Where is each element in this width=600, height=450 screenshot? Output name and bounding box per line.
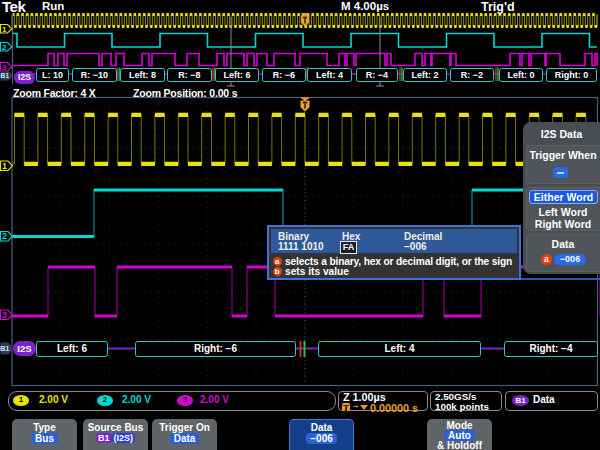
svg-text:2: 2	[2, 231, 7, 241]
svg-text:B1: B1	[0, 72, 9, 79]
svg-text:3: 3	[2, 63, 7, 72]
svg-text:2: 2	[2, 43, 7, 52]
svg-text:B1: B1	[0, 344, 10, 353]
svg-text:1: 1	[2, 25, 7, 34]
svg-text:3: 3	[2, 310, 7, 320]
svg-text:1: 1	[2, 161, 7, 171]
